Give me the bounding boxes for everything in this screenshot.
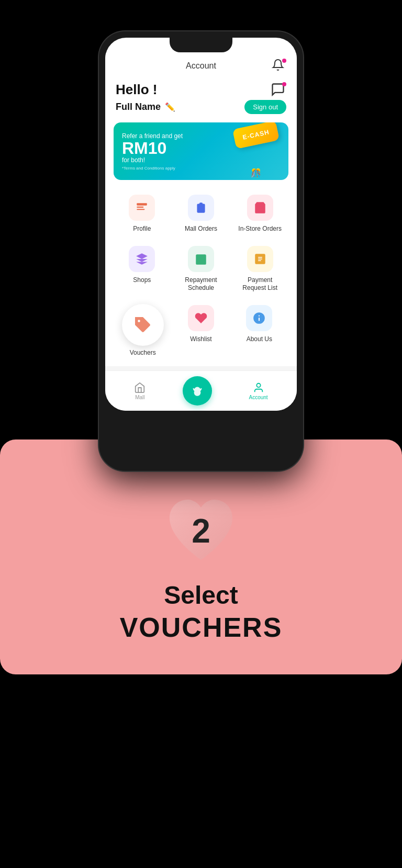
- svg-rect-4: [196, 254, 206, 265]
- menu-item-shops[interactable]: Shops: [114, 240, 171, 299]
- banner-for-both: for both!: [122, 156, 183, 164]
- menu-item-profile[interactable]: Profile: [114, 188, 171, 240]
- payment-icon-wrapper: [247, 246, 273, 272]
- profile-icon-wrapper: [129, 195, 155, 221]
- page-wrapper: Account Hello !: [0, 0, 402, 868]
- menu-row3: Vouchers Wishlist: [105, 299, 297, 367]
- menu-grid-row1: Profile Mall Orders: [105, 188, 297, 240]
- greeting-text: Hello !: [116, 82, 157, 98]
- menu-item-repayment[interactable]: 7 Repayment Schedule: [173, 240, 230, 299]
- separator: [105, 366, 297, 370]
- vouchers-big-label: VOUCHERS: [120, 612, 283, 643]
- nav-label-mall: Mall: [135, 394, 144, 400]
- banner-amount: RM10: [122, 140, 183, 156]
- header-title: Account: [186, 61, 216, 71]
- banner-text-block: Refer a friend and get RM10 for both! *T…: [122, 132, 183, 171]
- notification-icon[interactable]: [272, 59, 286, 73]
- svg-point-10: [138, 320, 140, 322]
- phone-screen: Account Hello !: [105, 38, 297, 411]
- menu-label-instore: In-Store Orders: [238, 225, 282, 233]
- heart-number-container: 2: [159, 492, 243, 570]
- notification-badge: [282, 59, 286, 63]
- sign-out-button[interactable]: Sign out: [244, 100, 286, 114]
- edit-icon[interactable]: ✏️: [165, 102, 175, 112]
- svg-rect-2: [137, 209, 145, 210]
- chat-icon[interactable]: [271, 82, 286, 98]
- full-name-text: Full Name: [116, 102, 161, 112]
- phone-notch: [170, 38, 232, 52]
- nav-item-account[interactable]: Account: [249, 382, 268, 400]
- nav-item-mall[interactable]: Mall: [134, 382, 146, 400]
- svg-rect-0: [137, 203, 148, 205]
- user-section: Hello ! Full Name ✏️ Sign out: [105, 77, 297, 122]
- pink-section: 2 Select VOUCHERS: [0, 439, 402, 674]
- repayment-icon-wrapper: 7: [188, 246, 214, 272]
- phone-frame: Account Hello !: [99, 31, 303, 471]
- aboutus-icon-wrapper: [246, 305, 272, 331]
- menu-label-repayment: Repayment Schedule: [177, 276, 226, 292]
- menu-grid-row2: Shops 7 Repayment Schedule: [105, 240, 297, 299]
- menu-label-about-us: About Us: [247, 335, 272, 344]
- shops-icon-wrapper: [129, 246, 155, 272]
- confetti-decoration: 🎊: [251, 168, 261, 178]
- menu-item-wishlist[interactable]: Wishlist: [172, 299, 230, 363]
- nav-label-account: Account: [249, 394, 268, 400]
- step-number: 2: [192, 512, 210, 550]
- wishlist-icon-wrapper: [188, 305, 214, 331]
- bottom-nav: Mall Account: [105, 370, 297, 411]
- menu-label-profile: Profile: [133, 225, 151, 233]
- menu-label-wishlist: Wishlist: [190, 335, 211, 344]
- svg-text:7: 7: [198, 258, 200, 263]
- referral-banner[interactable]: Refer a friend and get RM10 for both! *T…: [114, 122, 288, 180]
- banner-terms: *Terms and Conditions apply: [122, 166, 183, 171]
- menu-item-instore-orders[interactable]: In-Store Orders: [231, 188, 288, 240]
- instore-orders-icon-wrapper: [247, 195, 273, 221]
- menu-label-vouchers: Vouchers: [130, 349, 156, 357]
- chat-badge: [282, 82, 286, 86]
- menu-item-mall-orders[interactable]: Mall Orders: [173, 188, 230, 240]
- menu-label-shops: Shops: [133, 276, 151, 285]
- app-header: Account: [105, 52, 297, 77]
- ecash-ticket: E-CASH: [232, 122, 280, 149]
- menu-label-payment: Payment Request List: [236, 276, 284, 292]
- nav-center-button[interactable]: [183, 376, 212, 405]
- svg-rect-1: [137, 207, 144, 208]
- menu-item-payment-request[interactable]: Payment Request List: [231, 240, 288, 299]
- menu-wishlist-aboutus: Wishlist About Us: [172, 299, 288, 363]
- menu-label-mall-orders: Mall Orders: [185, 225, 217, 233]
- select-label: Select: [164, 581, 238, 610]
- svg-point-15: [256, 384, 260, 387]
- menu-item-about-us[interactable]: About Us: [230, 299, 288, 363]
- mall-orders-icon-wrapper: [188, 195, 214, 221]
- vouchers-circle[interactable]: [122, 304, 164, 346]
- menu-item-vouchers[interactable]: Vouchers: [114, 299, 172, 363]
